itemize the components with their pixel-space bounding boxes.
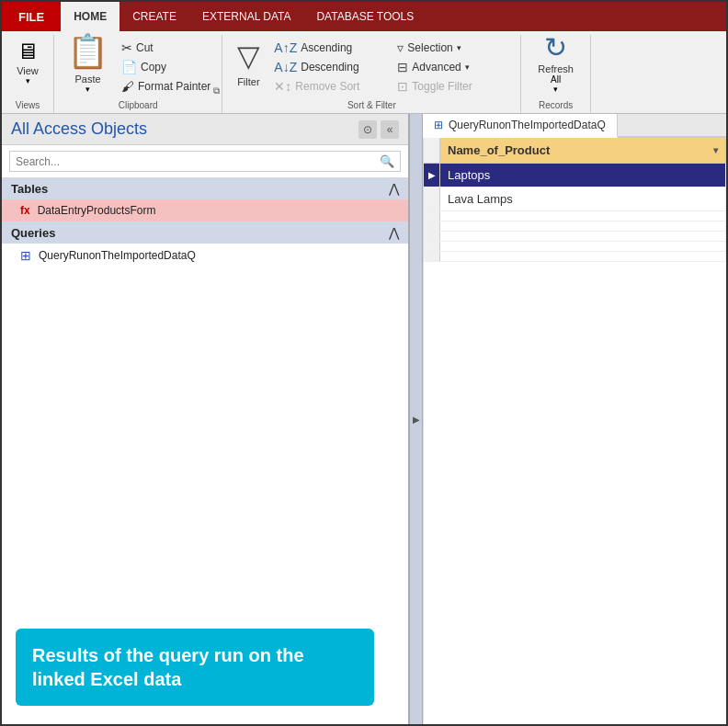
view-icon: 🖥: [17, 40, 39, 62]
search-icon[interactable]: 🔍: [380, 154, 394, 168]
nav-item-query-label: QueryRunonTheImportedDataQ: [39, 249, 196, 262]
tables-section-header[interactable]: Tables ⋀: [2, 177, 408, 199]
filter-label: Filter: [237, 76, 259, 87]
toggle-filter-label: Toggle Filter: [412, 80, 472, 93]
row-indicator-2: [424, 187, 440, 210]
selection-icon: ▿: [397, 40, 404, 55]
cell-empty-4: [440, 242, 726, 251]
remove-sort-icon: ✕↕: [274, 79, 291, 94]
cell-empty-1: [440, 211, 726, 221]
header-menu-icon[interactable]: ⊙: [358, 120, 377, 139]
panel-collapse-arrow[interactable]: ▶: [410, 114, 423, 724]
ribbon-tabs: FILE HOME CREATE EXTERNAL DATA DATABASE …: [2, 2, 726, 31]
search-box: 🔍: [9, 151, 401, 172]
selection-label: Selection: [407, 41, 452, 54]
query-tab-icon: ⊞: [434, 119, 443, 131]
table-row[interactable]: Lava Lamps: [424, 187, 726, 211]
queries-section-header[interactable]: Queries ⋀: [2, 221, 408, 244]
left-panel: All Access Objects ⊙ « 🔍 Tables ⋀ fx Dat…: [2, 114, 410, 724]
query-tab-label: QueryRunonTheImportedDataQ: [449, 119, 606, 131]
tab-file[interactable]: FILE: [2, 2, 61, 31]
tab-home[interactable]: HOME: [61, 2, 119, 31]
header-indicator: [424, 138, 440, 163]
cell-laptops: Laptops: [440, 164, 726, 187]
col-header-label: Name_of_Product: [448, 143, 550, 157]
callout-text: Results of the query run on the linked E…: [32, 645, 304, 689]
toggle-filter-button[interactable]: ⊡ Toggle Filter: [393, 77, 513, 96]
refresh-icon: ↻: [544, 31, 567, 63]
paste-label: Paste: [74, 74, 100, 85]
tables-expand-icon: ⋀: [389, 181, 399, 196]
query-icon: ⊞: [20, 248, 31, 263]
row-indicator-7: [424, 252, 440, 261]
row-indicator-5: [424, 232, 440, 241]
row-indicator-6: [424, 242, 440, 251]
remove-sort-button[interactable]: ✕↕ Remove Sort: [270, 77, 390, 96]
main-content: All Access Objects ⊙ « 🔍 Tables ⋀ fx Dat…: [2, 114, 726, 724]
table-row[interactable]: [424, 242, 726, 252]
ribbon-group-clipboard: 📋 Paste ▾ ✂ Cut 📄 Copy 🖌 Format: [54, 35, 222, 113]
search-input[interactable]: [16, 155, 380, 168]
ribbon-group-views: 🖥 View ▾ Views: [2, 35, 54, 113]
copy-button[interactable]: 📄 Copy: [118, 58, 214, 76]
sort-filter-group-label: Sort & Filter: [230, 98, 513, 113]
table-row[interactable]: ▶ Laptops: [424, 164, 726, 187]
refresh-label: Refresh: [538, 63, 574, 74]
queries-expand-icon: ⋀: [389, 225, 399, 240]
row-indicator-3: [424, 211, 440, 221]
ribbon-group-sort-filter: ▽ Filter A↑Z Ascending A↓Z Descending ✕↕: [222, 35, 521, 113]
toggle-filter-icon: ⊡: [397, 79, 408, 94]
cell-lava-lamps: Lava Lamps: [440, 187, 726, 210]
queries-section-title: Queries: [11, 226, 55, 240]
format-painter-button[interactable]: 🖌 Format Painter: [118, 77, 214, 96]
format-painter-icon: 🖌: [121, 79, 134, 94]
table-row[interactable]: [424, 211, 726, 221]
nav-item-data-entry-label: DataEntryProductsForm: [38, 204, 156, 217]
table-row[interactable]: [424, 232, 726, 242]
tables-section-title: Tables: [11, 182, 48, 196]
selection-button[interactable]: ▿ Selection ▾: [393, 39, 513, 57]
clipboard-expand-icon[interactable]: ⧉: [213, 85, 220, 96]
header-collapse-icon[interactable]: «: [381, 120, 399, 139]
all-access-header: All Access Objects ⊙ «: [2, 114, 408, 145]
table-row[interactable]: [424, 221, 726, 232]
cut-button[interactable]: ✂ Cut: [118, 39, 214, 57]
tab-external-data[interactable]: EXTERNAL DATA: [189, 2, 303, 31]
cell-empty-2: [440, 221, 726, 231]
refresh-button[interactable]: ↻ Refresh All ▾: [529, 35, 583, 90]
views-group-label: Views: [9, 98, 46, 113]
query-tab[interactable]: ⊞ QueryRunonTheImportedDataQ: [423, 114, 618, 138]
ribbon-group-records: ↻ Refresh All ▾ Records: [521, 35, 591, 113]
cut-label: Cut: [136, 41, 154, 54]
remove-sort-label: Remove Sort: [295, 80, 359, 93]
col-sort-icon: ▾: [713, 145, 718, 155]
nav-item-query-imported[interactable]: ⊞ QueryRunonTheImportedDataQ: [2, 244, 408, 267]
view-button[interactable]: 🖥 View ▾: [9, 35, 46, 90]
tables-section: Tables ⋀ fx DataEntryProductsForm: [2, 177, 408, 221]
callout-box: Results of the query run on the linked E…: [16, 629, 374, 706]
row-indicator-1: ▶: [424, 164, 440, 187]
row-indicator-4: [424, 221, 440, 231]
tab-database-tools[interactable]: DATABASE TOOLS: [303, 2, 427, 31]
query-tab-bar: ⊞ QueryRunonTheImportedDataQ: [423, 114, 726, 138]
descending-button[interactable]: A↓Z Descending: [270, 58, 390, 76]
table-row[interactable]: [424, 252, 726, 262]
paste-button[interactable]: 📋 Paste ▾: [62, 35, 114, 90]
header-icons: ⊙ «: [358, 120, 399, 139]
ascending-label: Ascending: [301, 41, 352, 54]
nav-item-data-entry[interactable]: fx DataEntryProductsForm: [2, 199, 408, 221]
advanced-icon: ⊟: [397, 60, 408, 74]
filter-button[interactable]: ▽ Filter: [230, 35, 267, 90]
copy-label: Copy: [141, 61, 166, 74]
copy-icon: 📄: [121, 60, 137, 74]
column-header-name-of-product[interactable]: Name_of_Product ▾: [440, 138, 726, 163]
records-group-label: Records: [529, 98, 583, 113]
cell-empty-3: [440, 232, 726, 241]
cut-icon: ✂: [121, 40, 132, 55]
app-window: FILE HOME CREATE EXTERNAL DATA DATABASE …: [0, 0, 728, 726]
advanced-button[interactable]: ⊟ Advanced ▾: [393, 58, 513, 76]
tab-create[interactable]: CREATE: [119, 2, 189, 31]
cell-empty-5: [440, 252, 726, 261]
refresh-all-label: All: [551, 74, 561, 85]
ascending-button[interactable]: A↑Z Ascending: [270, 39, 390, 57]
